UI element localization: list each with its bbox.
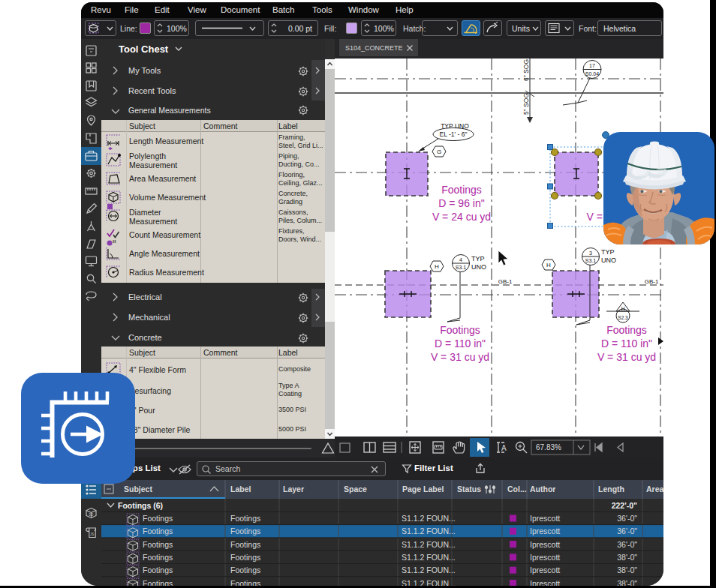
svg-text:Iprescott: Iprescott <box>530 514 560 523</box>
svg-text:Footings: Footings <box>230 514 260 523</box>
svg-text:S1.1.2 FOUN...: S1.1.2 FOUN... <box>402 566 456 574</box>
svg-text:G: G <box>437 148 441 155</box>
svg-text:D = 110 in": D = 110 in" <box>435 338 486 350</box>
svg-text:V = 31 cu yd: V = 31 cu yd <box>431 351 489 363</box>
svg-text:JS: JS <box>90 532 94 536</box>
svg-text:D = 96 in": D = 96 in" <box>438 197 484 209</box>
svg-text:S0.04: S0.04 <box>585 71 599 76</box>
svg-text:Iprescott: Iprescott <box>530 553 560 562</box>
svg-text:Length: Length <box>598 484 624 494</box>
svg-text:Author: Author <box>530 484 555 494</box>
svg-text:Iprescott: Iprescott <box>530 579 560 586</box>
svg-text:38'-0": 38'-0" <box>617 553 637 562</box>
svg-text:6" SOG: 6" SOG <box>522 59 530 81</box>
svg-text:V = 31 cu yd: V = 31 cu yd <box>597 351 656 363</box>
svg-text:36'-0": 36'-0" <box>617 514 637 523</box>
svg-text:H: H <box>621 306 625 311</box>
svg-text:GB-1: GB-1 <box>498 278 513 285</box>
svg-text:H: H <box>435 263 439 270</box>
svg-text:Col...: Col... <box>507 484 527 494</box>
svg-text:Label: Label <box>230 484 251 494</box>
svg-text:GB-1: GB-1 <box>645 278 659 285</box>
svg-text:S3.1: S3.1 <box>585 258 597 263</box>
svg-text:5" SOG: 5" SOG <box>522 93 530 115</box>
svg-text:TYP: TYP <box>471 255 485 262</box>
svg-text:38'-0": 38'-0" <box>617 566 637 574</box>
svg-text:S1.1.2 FOUN...: S1.1.2 FOUN... <box>402 579 456 586</box>
svg-text:S2.3: S2.3 <box>618 315 628 320</box>
svg-text:S1.1.2 FOUN...: S1.1.2 FOUN... <box>402 553 456 562</box>
svg-text:Status: Status <box>457 484 481 494</box>
svg-text:Footings (6): Footings (6) <box>118 501 163 510</box>
svg-text:Page Label: Page Label <box>402 484 444 494</box>
svg-text:3: 3 <box>589 250 592 256</box>
svg-text:222'-0": 222'-0" <box>612 501 637 510</box>
svg-text:Footings: Footings <box>606 324 647 336</box>
svg-text:Area: Area <box>646 484 663 494</box>
svg-text:Footings: Footings <box>230 566 260 574</box>
svg-text:Footings: Footings <box>143 579 173 586</box>
svg-text:Footings: Footings <box>143 566 173 574</box>
svg-text:Footings: Footings <box>143 553 173 562</box>
svg-text:4: 4 <box>459 257 462 262</box>
svg-text:A: A <box>501 444 507 452</box>
svg-text:67.83%: 67.83% <box>536 443 561 452</box>
svg-text:38'-0": 38'-0" <box>617 579 637 586</box>
svg-text:3D: 3D <box>89 512 94 517</box>
svg-text:S1.1.2 FOUN...: S1.1.2 FOUN... <box>402 514 456 523</box>
svg-text:Footings: Footings <box>441 184 482 196</box>
svg-text:S3.1: S3.1 <box>456 265 467 270</box>
svg-text:D = 110 in": D = 110 in" <box>601 338 652 350</box>
svg-text:Footings: Footings <box>143 514 173 523</box>
svg-text:UNO: UNO <box>471 263 486 271</box>
svg-text:TYP: TYP <box>601 248 615 256</box>
svg-text:H: H <box>546 262 551 268</box>
svg-text:EL -1' - 6": EL -1' - 6" <box>440 130 468 138</box>
svg-text:Subject: Subject <box>124 484 152 494</box>
svg-text:Footings: Footings <box>230 579 260 586</box>
svg-text:UNO: UNO <box>601 256 616 264</box>
svg-text:Space: Space <box>344 484 367 494</box>
svg-text:17: 17 <box>589 63 595 68</box>
svg-text:Layer: Layer <box>283 484 304 494</box>
svg-text:Iprescott: Iprescott <box>530 566 560 574</box>
svg-text:Footings: Footings <box>440 324 480 336</box>
svg-text:‖‖: ‖‖ <box>113 239 116 244</box>
svg-text:Footings: Footings <box>230 553 260 562</box>
svg-text:V = 24 cu yd: V = 24 cu yd <box>432 211 491 223</box>
